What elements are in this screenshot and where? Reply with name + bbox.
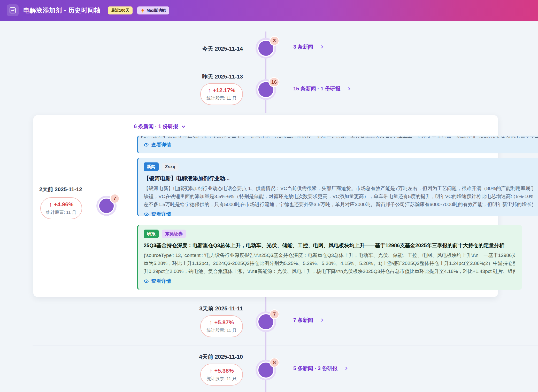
link-label: 3 条新闻 [293,43,313,50]
count-badge: 16 [269,77,279,87]
timeline-node-3days[interactable]: 7 [256,311,276,332]
stocks-count: 统计股票: 11 只 [43,209,79,215]
news-card-partial[interactable]: 【银河电新】电解液添加剂行业动态电话会要点 1、供需情况：VC当前供需很紧，头部… [137,136,538,153]
entry-link-today[interactable]: 3 条新闻 [293,43,323,50]
timeline-node-yesterday[interactable]: 16 [256,79,276,100]
page-header: 电解液添加剂 - 历史时间轴 最近100天 Max版功能 [0,0,538,21]
pct-change: +12.17% [213,87,235,93]
entry-date-3days: 3天前 2025-11-11 [199,305,243,312]
report-title: 25Q3基金持仓深度：电新重仓Q3总体上升，电动车、光伏、储能、工控、电网、风电… [144,242,515,249]
entry-link-4days[interactable]: 5 条新闻 · 3 份研报 [293,365,347,372]
news-source-tag: Zsxq [162,163,179,171]
link-label: 15 条新闻 · 1 份研报 [293,85,340,92]
eye-icon [144,212,149,216]
up-arrow-icon: ↑ [208,87,211,93]
view-details-label: 查看详情 [151,211,171,216]
news-type-tag: 新闻 [144,162,159,171]
page-title: 电解液添加剂 - 历史时间轴 [23,6,101,14]
stocks-count: 统计股票: 11 只 [206,327,237,333]
chart-icon [7,4,19,16]
chevron-right-icon [320,318,323,322]
chevron-down-icon [182,124,185,128]
pct-change: +5.87% [214,319,234,326]
entry-date-yesterday: 昨天 2025-11-13 [202,73,243,80]
date-range-badge: 最近100天 [108,6,133,14]
change-pill-yesterday: ↑+12.17% 统计股票: 11 只 [200,83,243,105]
clipped-text: 【银河电新】电解液添加剂行业动态电话会要点 1、供需情况：VC当前供需很紧，头部… [138,136,538,138]
eye-icon [144,279,149,284]
chevron-right-icon [320,45,323,49]
divider [33,65,538,65]
entry-date-today: 今天 2025-11-14 [202,45,243,52]
timeline-page: 电解液添加剂 - 历史时间轴 最近100天 Max版功能 今天 2025-11-… [0,0,538,392]
entry-date-2days: 2天前 2025-11-12 [38,186,83,193]
divider [33,346,538,346]
view-details-label: 查看详情 [151,142,171,148]
flame-icon [141,8,145,13]
report-card[interactable]: 研报 东吴证券 25Q3基金持仓深度：电新重仓Q3总体上升，电动车、光伏、储能、… [137,225,522,290]
pct-change: +5.38% [214,367,234,374]
news-card[interactable]: 新闻 Zsxq 【银河电新】电解液添加剂行业动... 【银河电新】电解液添加剂行… [137,158,538,216]
link-label: 7 条新闻 [293,317,313,324]
summary-label: 6 条新闻 · 1 份研报 [134,123,178,130]
chevron-right-icon [347,87,350,90]
max-feature-badge: Max版功能 [137,6,169,14]
news-body-line: 差不多1.5万吨是给宁德保供的，只有5000吨在市场进行流通，宁德也还要外采3.… [144,200,533,208]
count-badge: 8 [270,358,279,367]
entry-link-yesterday[interactable]: 15 条新闻 · 1 份研报 [293,85,350,92]
report-body-line: {'sourceType': 13, 'content': '电力设备行业深度报… [144,251,515,259]
report-type-tag: 研报 [144,230,159,238]
count-badge: 3 [270,36,279,46]
expanded-summary-toggle[interactable]: 6 条新闻 · 1 份研报 [134,123,185,130]
news-body-line: 【银河电新】电解液添加剂行业动态电话会要点 1、供需情况：VC当前供需很紧，头部… [144,184,533,192]
report-body-line: 重为5.28%，环比上升1.13pct。2024Q3-2025Q3持仓比例分别为… [144,259,515,267]
timeline-node-2days[interactable]: 7 [96,196,117,216]
count-badge: 7 [270,309,279,319]
timeline-node-4days[interactable]: 8 [256,360,276,380]
expanded-day-card: 6 条新闻 · 1 份研报 2天前 2025-11-12 ↑+4.96% 统计股… [33,115,498,297]
up-arrow-icon: ↑ [209,319,212,326]
link-label: 5 条新闻 · 3 份研报 [293,365,337,372]
up-arrow-icon: ↑ [209,367,212,374]
change-pill-3days: ↑+5.87% 统计股票: 11 只 [200,315,243,337]
count-badge: 7 [110,194,120,203]
entry-date-4days: 4天前 2025-11-10 [199,353,243,360]
change-pill-2days: ↑+4.96% 统计股票: 11 只 [40,197,82,219]
change-pill-4days: ↑+5.38% 统计股票: 11 只 [200,364,243,386]
view-details-label: 查看详情 [151,278,171,285]
up-arrow-icon: ↑ [49,201,52,208]
news-body-line: 铁锂，VC在铁锂里面的添加量是3.5%-6%（特别是储能，对循环充放电次数要求更… [144,192,533,200]
view-details-link[interactable]: 查看详情 [144,278,515,285]
entry-link-3days[interactable]: 7 条新闻 [293,317,323,324]
pct-change: +4.96% [54,201,73,208]
timeline-node-today[interactable]: 3 [256,38,276,59]
report-source-tag: 东吴证券 [162,230,186,238]
view-details-link[interactable]: 查看详情 [144,211,533,216]
stocks-count: 统计股票: 11 只 [206,95,237,101]
stocks-count: 统计股票: 11 只 [206,376,237,382]
report-body-line: 升0.29pct至2.00%，钠电池、复合集流体上涨。\r\n■新能源：光伏、风… [144,267,515,275]
chevron-right-icon [344,367,348,370]
view-details-link[interactable]: 查看详情 [144,142,538,148]
news-title: 【银河电新】电解液添加剂行业动... [144,175,533,182]
max-feature-label: Max版功能 [147,8,166,13]
eye-icon [144,142,149,147]
